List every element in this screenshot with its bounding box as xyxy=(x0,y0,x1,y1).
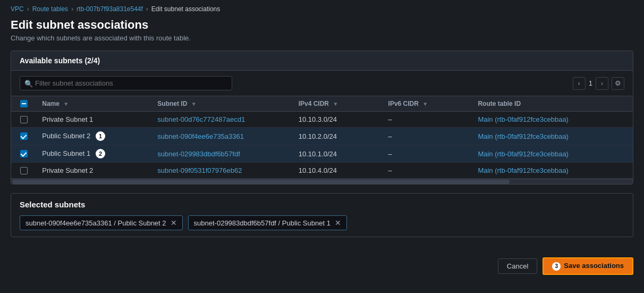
row-checkbox-cell xyxy=(11,163,37,179)
subnets-table: Name ▼ Subnet ID ▼ IPv4 CIDR ▼ IPv6 CI xyxy=(11,96,633,179)
row-ipv4: 10.10.3.0/24 xyxy=(293,112,383,128)
row-checkbox[interactable] xyxy=(20,167,28,174)
row-subnet-id: subnet-029983dbdf6b57fdf xyxy=(152,145,293,163)
table-scroll-wrap: Name ▼ Subnet ID ▼ IPv4 CIDR ▼ IPv6 CI xyxy=(11,96,633,184)
header-checkbox-col xyxy=(11,96,37,112)
row-name: Public Subnet 2 1 xyxy=(37,128,152,145)
table-settings-button[interactable]: ⚙ xyxy=(612,77,624,90)
name-sort-icon[interactable]: ▼ xyxy=(63,101,69,107)
breadcrumb-route-tables[interactable]: Route tables xyxy=(32,5,68,13)
subnet-tag-label: subnet-090f4ee6e735a3361 / Public Subnet… xyxy=(26,219,166,227)
row-route-table: Main (rtb-0faf912fce3cebbaa) xyxy=(472,128,633,145)
row-subnet-id: subnet-09f0531f07976eb62 xyxy=(152,163,293,179)
selected-subnets-title: Selected subnets xyxy=(20,200,624,209)
footer-row: Cancel 3Save associations xyxy=(0,252,644,280)
subnet-id-link[interactable]: subnet-09f0531f07976eb62 xyxy=(157,166,242,174)
breadcrumb-sep-2: › xyxy=(71,5,73,13)
table-body: Private Subnet 1 subnet-00d76c772487aecd… xyxy=(11,112,633,179)
header-ipv4: IPv4 CIDR ▼ xyxy=(293,96,383,112)
subnet-name-text: Private Subnet 2 xyxy=(42,166,93,174)
breadcrumb-sep-3: › xyxy=(146,5,148,13)
next-page-button[interactable]: › xyxy=(596,77,608,90)
row-checkbox[interactable] xyxy=(20,150,28,157)
table-row: Public Subnet 1 2 subnet-029983dbdf6b57f… xyxy=(11,145,633,163)
page-title: Edit subnet associations xyxy=(11,18,633,32)
main-content: Available subnets (2/4) 🔍 ‹ 1 › ⚙ xyxy=(0,44,644,252)
subnet-name-text: Public Subnet 1 xyxy=(42,149,90,157)
subnet-tag-label: subnet-029983dbdf6b57fdf / Public Subnet… xyxy=(194,219,331,227)
breadcrumb-rtb[interactable]: rtb-007b7f93a831e544f xyxy=(77,5,143,13)
route-table-link[interactable]: Main (rtb-0faf912fce3cebbaa) xyxy=(478,166,569,174)
prev-page-button[interactable]: ‹ xyxy=(573,77,586,90)
search-icon: 🔍 xyxy=(24,79,33,87)
step-badge: 1 xyxy=(96,131,105,141)
table-row: Private Subnet 1 subnet-00d76c772487aecd… xyxy=(11,112,633,128)
selected-subnets-section: Selected subnets subnet-090f4ee6e735a336… xyxy=(11,193,633,237)
save-badge: 3 xyxy=(552,262,561,271)
subnet-id-link[interactable]: subnet-090f4ee6e735a3361 xyxy=(157,132,244,140)
row-route-table: Main (rtb-0faf912fce3cebbaa) xyxy=(472,163,633,179)
header-ipv6: IPv6 CIDR ▼ xyxy=(383,96,473,112)
subnet-name-text: Public Subnet 2 xyxy=(42,132,90,140)
row-ipv6: – xyxy=(383,112,473,128)
save-label: Save associations xyxy=(564,262,624,270)
row-checkbox-cell xyxy=(11,128,37,145)
table-header-row: Name ▼ Subnet ID ▼ IPv4 CIDR ▼ IPv6 CI xyxy=(11,96,633,112)
row-checkbox-cell xyxy=(11,112,37,128)
search-bar-row: 🔍 ‹ 1 › ⚙ xyxy=(11,71,633,96)
header-subnet-id: Subnet ID ▼ xyxy=(152,96,293,112)
row-ipv4: 10.10.2.0/24 xyxy=(293,128,383,145)
ipv6-sort-icon[interactable]: ▼ xyxy=(422,101,428,107)
row-checkbox-cell xyxy=(11,145,37,163)
remove-tag-button[interactable]: ✕ xyxy=(171,219,177,227)
route-table-link[interactable]: Main (rtb-0faf912fce3cebbaa) xyxy=(478,132,569,140)
subnet-id-link[interactable]: subnet-00d76c772487aecd1 xyxy=(157,115,245,123)
page-header: Edit subnet associations Change which su… xyxy=(0,16,644,44)
row-ipv6: – xyxy=(383,128,473,145)
step-badge: 2 xyxy=(96,149,105,158)
row-name: Public Subnet 1 2 xyxy=(37,145,152,163)
scrollbar-thumb xyxy=(12,180,510,184)
row-ipv4: 10.10.1.0/24 xyxy=(293,145,383,163)
table-row: Private Subnet 2 subnet-09f0531f07976eb6… xyxy=(11,163,633,179)
subnet-tag: subnet-090f4ee6e735a3361 / Public Subnet… xyxy=(20,215,183,230)
table-row: Public Subnet 2 1 subnet-090f4ee6e735a33… xyxy=(11,128,633,145)
header-route-table: Route table ID xyxy=(472,96,633,112)
row-route-table: Main (rtb-0faf912fce3cebbaa) xyxy=(472,112,633,128)
subnet-tags: subnet-090f4ee6e735a3361 / Public Subnet… xyxy=(20,215,624,230)
row-checkbox[interactable] xyxy=(20,132,28,140)
ipv4-sort-icon[interactable]: ▼ xyxy=(333,101,338,107)
route-table-link[interactable]: Main (rtb-0faf912fce3cebbaa) xyxy=(478,150,569,158)
row-ipv6: – xyxy=(383,163,473,179)
horizontal-scrollbar[interactable] xyxy=(11,179,633,184)
row-name: Private Subnet 1 xyxy=(37,112,152,128)
available-subnets-card: Available subnets (2/4) 🔍 ‹ 1 › ⚙ xyxy=(11,51,633,185)
save-button[interactable]: 3Save associations xyxy=(543,257,633,275)
search-input[interactable] xyxy=(20,76,232,90)
available-subnets-header: Available subnets (2/4) xyxy=(11,51,633,71)
row-subnet-id: subnet-00d76c772487aecd1 xyxy=(152,112,293,128)
subnet-name-text: Private Subnet 1 xyxy=(42,115,93,123)
subnet-id-link[interactable]: subnet-029983dbdf6b57fdf xyxy=(157,150,240,158)
current-page: 1 xyxy=(589,79,592,87)
header-name: Name ▼ xyxy=(37,96,152,112)
row-subnet-id: subnet-090f4ee6e735a3361 xyxy=(152,128,293,145)
breadcrumb-current: Edit subnet associations xyxy=(151,5,220,13)
remove-tag-button[interactable]: ✕ xyxy=(335,219,341,227)
subnet-tag: subnet-029983dbdf6b57fdf / Public Subnet… xyxy=(188,215,347,230)
route-table-link[interactable]: Main (rtb-0faf912fce3cebbaa) xyxy=(478,115,569,123)
pagination-area: ‹ 1 › ⚙ xyxy=(573,77,624,90)
breadcrumb-vpc[interactable]: VPC xyxy=(11,5,24,13)
row-ipv4: 10.10.4.0/24 xyxy=(293,163,383,179)
breadcrumb-sep-1: › xyxy=(27,5,29,13)
page-subtitle: Change which subnets are associated with… xyxy=(11,34,633,42)
row-name: Private Subnet 2 xyxy=(37,163,152,179)
cancel-button[interactable]: Cancel xyxy=(498,258,537,274)
breadcrumb: VPC › Route tables › rtb-007b7f93a831e54… xyxy=(0,0,644,16)
row-checkbox[interactable] xyxy=(20,116,28,123)
row-ipv6: – xyxy=(383,145,473,163)
subnet-id-sort-icon[interactable]: ▼ xyxy=(191,101,197,107)
row-route-table: Main (rtb-0faf912fce3cebbaa) xyxy=(472,145,633,163)
select-all-checkbox[interactable] xyxy=(20,100,28,107)
search-wrapper: 🔍 xyxy=(20,76,232,90)
